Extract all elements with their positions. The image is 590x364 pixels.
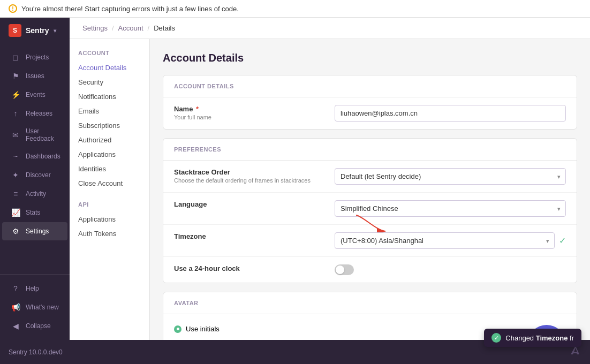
timezone-row: (UTC+8:00) Asia/Shanghai (UTC+0:00) UTC … <box>335 232 566 249</box>
timezone-label: Timezone <box>174 232 324 240</box>
help-icon: ? <box>11 284 20 293</box>
sidebar-item-label: Stats <box>26 209 40 216</box>
whats-new-icon: 📢 <box>11 302 20 312</box>
language-select-wrapper: Simplified Chinese English Japanese ▾ <box>335 200 566 217</box>
breadcrumb-sep2: / <box>148 24 150 32</box>
left-nav-emails[interactable]: Emails <box>70 104 149 118</box>
left-nav-applications[interactable]: Applications <box>70 147 149 162</box>
left-nav-api-label: API <box>70 199 149 212</box>
sidebar-item-label: Events <box>26 91 46 98</box>
timezone-check-icon: ✓ <box>559 236 566 246</box>
sidebar-item-label: User Feedback <box>26 127 59 142</box>
stacktrace-label-group: Stacktrace Order Choose the default orde… <box>174 168 324 184</box>
left-nav: ACCOUNT Account Details Security Notific… <box>70 39 150 340</box>
stacktrace-select[interactable]: Default (let Sentry decide) Newest first… <box>335 168 566 185</box>
breadcrumb-details: Details <box>154 24 175 32</box>
sidebar-item-label: Dashboards <box>26 153 60 160</box>
sidebar-item-help[interactable]: ? Help <box>2 279 67 298</box>
left-nav-security[interactable]: Security <box>70 75 149 89</box>
sidebar-item-label: Settings <box>26 228 49 235</box>
page-body: ACCOUNT Account Details Security Notific… <box>70 39 590 340</box>
name-input[interactable] <box>335 105 566 122</box>
feedback-icon: ✉ <box>11 130 20 140</box>
language-label: Language <box>174 200 324 208</box>
left-nav-api-section: API Applications Auth Tokens <box>70 199 149 241</box>
version-label: Sentry 10.0.0.dev0 <box>9 348 63 356</box>
sidebar-item-activity[interactable]: ≡ Activity <box>2 185 67 203</box>
timezone-form-row: Timezone (UTC+8:00) Asia/Shanghai (UTC+0… <box>163 225 577 257</box>
breadcrumb-sep1: / <box>112 24 114 32</box>
preferences-card: PREFERENCES Stacktrace Order Choose the … <box>163 138 577 283</box>
name-label-group: Name * Your full name <box>174 105 324 120</box>
left-nav-subscriptions[interactable]: Subscriptions <box>70 118 149 133</box>
activity-icon: ≡ <box>11 189 20 199</box>
timezone-select[interactable]: (UTC+8:00) Asia/Shanghai (UTC+0:00) UTC … <box>335 232 555 249</box>
stacktrace-label: Stacktrace Order <box>174 168 324 176</box>
breadcrumb-account[interactable]: Account <box>118 24 143 32</box>
timezone-label-group: Timezone <box>174 232 324 241</box>
stacktrace-control: Default (let Sentry decide) Newest first… <box>335 168 566 185</box>
radio-initials-btn <box>174 325 181 333</box>
left-nav-api-applications[interactable]: Applications <box>70 212 149 226</box>
stacktrace-form-row: Stacktrace Order Choose the default orde… <box>163 161 577 193</box>
left-nav-notifications[interactable]: Notifications <box>70 89 149 104</box>
left-nav-close-account[interactable]: Close Account <box>70 176 149 191</box>
content-area: Settings / Account / Details ACCOUNT Acc… <box>70 18 590 340</box>
left-nav-authorized[interactable]: Authorized <box>70 133 149 147</box>
radio-initials[interactable]: Use initials <box>174 325 238 333</box>
sidebar-item-label: Activity <box>26 190 46 198</box>
info-icon: ! <box>9 4 17 13</box>
clock-toggle[interactable] <box>335 264 354 275</box>
sidebar-item-label: Help <box>26 285 39 292</box>
sidebar-item-issues[interactable]: ⚑ Issues <box>2 67 67 85</box>
left-nav-account-details[interactable]: Account Details <box>70 60 149 75</box>
sidebar-item-label: Projects <box>26 54 49 61</box>
clock-label: Use a 24-hour clock <box>174 264 324 272</box>
sidebar-item-stats[interactable]: 📈 Stats <box>2 203 67 222</box>
dashboards-icon: ~ <box>11 151 20 161</box>
sidebar-item-user-feedback[interactable]: ✉ User Feedback <box>2 123 67 147</box>
breadcrumb-settings[interactable]: Settings <box>82 24 108 32</box>
top-banner: ! You're almost there! Start capturing e… <box>0 0 590 18</box>
name-control <box>335 105 566 122</box>
sidebar: S Sentry ▾ ◻ Projects ⚑ Issues ⚡ Events … <box>0 18 70 340</box>
toast-bold: Timezone <box>536 334 568 342</box>
avatar-options: Use initials Upload an image Use Gravata… <box>174 325 238 340</box>
sidebar-item-discover[interactable]: ✦ Discover <box>2 166 67 184</box>
sidebar-item-collapse[interactable]: ◀ Collapse <box>2 317 67 335</box>
clock-control <box>335 264 566 275</box>
left-nav-auth-tokens[interactable]: Auth Tokens <box>70 226 149 241</box>
account-details-card: ACCOUNT DETAILS Name * Your full name <box>163 75 577 130</box>
collapse-icon: ◀ <box>11 321 20 331</box>
sidebar-item-settings[interactable]: ⚙ Settings <box>2 222 67 240</box>
name-form-row: Name * Your full name <box>163 97 577 129</box>
stacktrace-sublabel: Choose the default ordering of frames in… <box>174 177 324 184</box>
name-required-star: * <box>196 105 199 113</box>
projects-icon: ◻ <box>11 52 20 62</box>
settings-icon: ⚙ <box>11 226 20 236</box>
sidebar-item-projects[interactable]: ◻ Projects <box>2 48 67 66</box>
account-details-header: ACCOUNT DETAILS <box>163 75 577 97</box>
sidebar-bottom: ? Help 📢 What's new ◀ Collapse <box>0 274 70 340</box>
language-control: Simplified Chinese English Japanese ▾ <box>335 200 566 217</box>
sidebar-item-events[interactable]: ⚡ Events <box>2 86 67 104</box>
sidebar-item-label: Issues <box>26 72 44 80</box>
sidebar-header[interactable]: S Sentry ▾ <box>0 18 70 43</box>
left-nav-identities[interactable]: Identities <box>70 162 149 176</box>
events-icon: ⚡ <box>11 90 20 100</box>
language-form-row: Language Simplified Chinese English Japa… <box>163 193 577 225</box>
org-name: Sentry <box>26 26 49 35</box>
sidebar-item-dashboards[interactable]: ~ Dashboards <box>2 147 67 165</box>
sidebar-item-whats-new[interactable]: 📢 What's new <box>2 298 67 316</box>
timezone-control: (UTC+8:00) Asia/Shanghai (UTC+0:00) UTC … <box>335 232 566 249</box>
toast-message: Changed Timezone fr <box>505 334 574 342</box>
sidebar-item-releases[interactable]: ↑ Releases <box>2 104 67 123</box>
sidebar-item-label: Releases <box>26 110 52 117</box>
clock-form-row: Use a 24-hour clock <box>163 257 577 283</box>
language-select[interactable]: Simplified Chinese English Japanese <box>335 200 566 217</box>
timezone-select-wrapper: (UTC+8:00) Asia/Shanghai (UTC+0:00) UTC … <box>335 232 555 249</box>
sidebar-item-label: What's new <box>26 304 59 311</box>
toast-notification: ✓ Changed Timezone fr <box>484 329 581 347</box>
stacktrace-select-wrapper: Default (let Sentry decide) Newest first… <box>335 168 566 185</box>
name-sublabel: Your full name <box>174 114 324 120</box>
